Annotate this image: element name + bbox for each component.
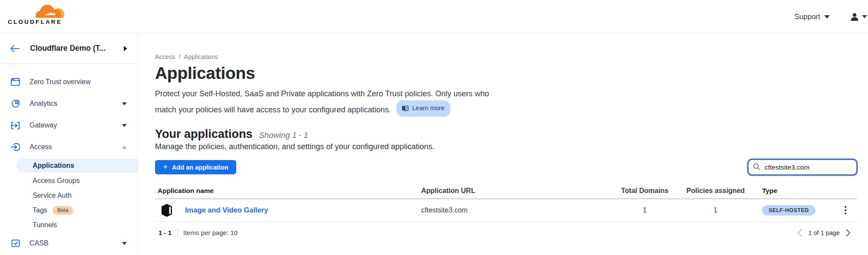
gateway-icon	[11, 122, 20, 129]
cloudflare-logo-text: CLOUDFLARE	[8, 19, 69, 25]
sidebar-item-label: Access	[30, 143, 122, 151]
chevron-down-icon	[862, 15, 867, 18]
row-actions-kebab-icon[interactable]	[843, 204, 848, 216]
section-title: Your applications	[155, 128, 253, 141]
sidebar-item-label: Zero Trust overview	[30, 78, 132, 86]
chevron-down-icon	[122, 102, 127, 105]
pagination: 1 - 1 Items per page: 10 1 of 1 page	[155, 228, 857, 237]
sidebar-item-access[interactable]: Access	[0, 136, 138, 158]
breadcrumb: Access / Applications	[155, 53, 868, 60]
type-badge: SELF-HOSTED	[762, 205, 815, 216]
sidebar-item-casb[interactable]: CASB	[0, 232, 138, 254]
casb-check-icon	[11, 239, 20, 248]
sidebar-item-label: Service Auth	[33, 192, 72, 199]
breadcrumb-applications[interactable]: Applications	[184, 53, 218, 60]
application-url: cftestsite3.com	[421, 206, 617, 214]
section-subtitle: Manage the policies, authentication, and…	[155, 142, 868, 151]
overview-window-icon	[11, 78, 20, 86]
book-icon	[402, 105, 409, 111]
pagination-range: 1 - 1	[158, 229, 172, 236]
application-name-link[interactable]: Image and Video Gallery	[185, 206, 268, 214]
chevron-up-icon	[122, 146, 127, 149]
sidebar-nav: Zero Trust overview Analytics Gateway	[0, 64, 138, 254]
column-header-application-url: Application URL	[421, 187, 617, 195]
table-row: Image and Video Gallery cftestsite3.com …	[155, 199, 857, 222]
sidebar-item-gateway[interactable]: Gateway	[0, 114, 138, 136]
breadcrumb-separator: /	[179, 53, 181, 60]
chevron-down-icon	[122, 124, 127, 127]
items-per-page[interactable]: Items per page: 10	[183, 229, 238, 236]
sidebar-item-label: Gateway	[30, 121, 122, 129]
plus-icon: +	[163, 163, 168, 171]
user-account-menu[interactable]	[850, 12, 867, 22]
search-input[interactable]	[748, 160, 857, 175]
description-line-1: Protect your Self-Hosted, SaaS and Priva…	[155, 89, 489, 98]
column-header-application-name: Application name	[155, 187, 421, 195]
sidebar-item-label: Applications	[33, 162, 74, 170]
sidebar-item-tags[interactable]: Tags Beta	[0, 203, 138, 218]
page-indicator: 1 of 1 page	[808, 229, 840, 236]
total-domains-value: 1	[617, 206, 673, 214]
learn-more-button[interactable]: Learn more	[396, 100, 450, 117]
applications-table: Application name Application URL Total D…	[155, 187, 857, 222]
showing-count: Showing 1 - 1	[259, 131, 308, 140]
chevron-down-icon	[824, 15, 830, 19]
application-cube-icon	[161, 203, 173, 217]
access-subnav: Applications Access Groups Service Auth …	[0, 159, 138, 232]
sidebar-item-label: Analytics	[30, 100, 122, 108]
sidebar-item-analytics[interactable]: Analytics	[0, 93, 138, 114]
sidebar: Cloudflare Demo (T... Zero Trust overvie…	[0, 33, 138, 255]
chevron-right-icon[interactable]	[124, 46, 127, 51]
add-application-button[interactable]: + Add an application	[155, 160, 236, 174]
chevron-down-icon	[122, 242, 127, 245]
sidebar-item-tunnels[interactable]: Tunnels	[0, 218, 138, 232]
sidebar-item-label: Tags	[33, 206, 47, 214]
column-header-policies-assigned: Policies assigned	[673, 187, 758, 195]
user-icon	[850, 12, 859, 22]
global-header: CLOUDFLARE Support	[0, 0, 868, 33]
column-header-total-domains: Total Domains	[617, 187, 673, 195]
beta-badge: Beta	[53, 206, 73, 215]
account-switcher[interactable]: Cloudflare Demo (T...	[0, 33, 138, 64]
sidebar-item-service-auth[interactable]: Service Auth	[0, 188, 138, 203]
search-icon	[753, 163, 760, 172]
sidebar-item-label: Access Groups	[33, 177, 79, 185]
cloudflare-cloud-icon	[36, 3, 64, 18]
breadcrumb-access[interactable]: Access	[155, 53, 175, 60]
learn-more-label: Learn more	[412, 102, 444, 114]
description-line-2: match your policies will have access to …	[155, 105, 391, 114]
support-label: Support	[794, 13, 820, 21]
main-content: Access / Applications Applications Prote…	[138, 33, 868, 255]
sidebar-item-label: CASB	[30, 239, 122, 247]
sidebar-item-zero-trust-overview[interactable]: Zero Trust overview	[0, 71, 138, 93]
policies-assigned-value: 1	[673, 206, 758, 214]
cloudflare-logo[interactable]: CLOUDFLARE	[8, 3, 69, 25]
page-description: Protect your Self-Hosted, SaaS and Priva…	[155, 88, 868, 117]
account-name: Cloudflare Demo (T...	[30, 44, 124, 53]
analytics-pie-icon	[11, 99, 20, 108]
next-page-icon[interactable]	[846, 229, 851, 237]
page-title: Applications	[155, 64, 868, 83]
table-header-row: Application name Application URL Total D…	[155, 187, 857, 199]
back-arrow-icon[interactable]	[10, 45, 20, 52]
sidebar-item-applications[interactable]: Applications	[17, 159, 138, 173]
access-login-icon	[11, 143, 20, 151]
support-menu[interactable]: Support	[794, 13, 830, 21]
previous-page-icon[interactable]	[797, 229, 802, 237]
pagination-divider	[177, 228, 178, 237]
add-application-label: Add an application	[172, 164, 228, 171]
column-header-type: Type	[758, 187, 834, 195]
sidebar-item-access-groups[interactable]: Access Groups	[0, 173, 138, 188]
sidebar-item-label: Tunnels	[33, 221, 57, 229]
